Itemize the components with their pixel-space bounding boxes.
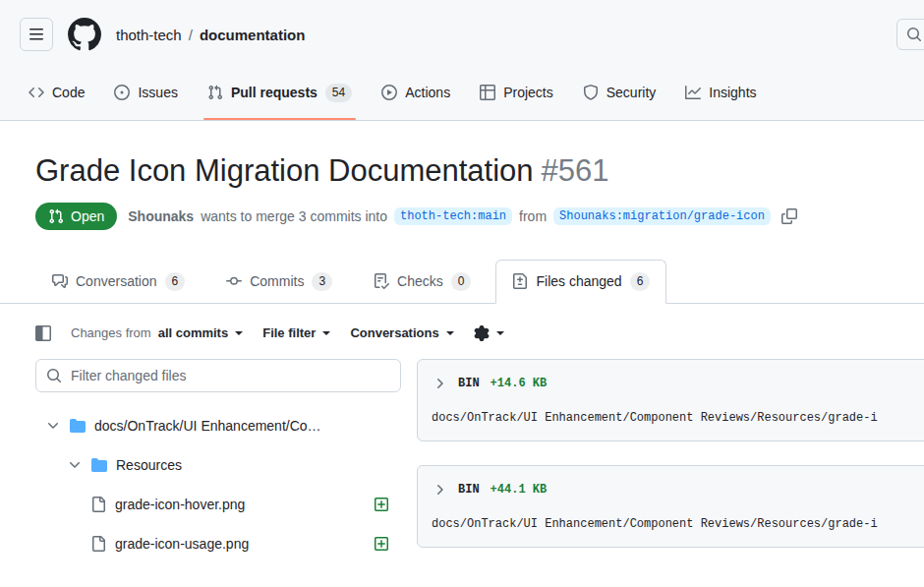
diff-file-card: BIN +44.1 KB docs/OnTrack/UI Enhancement… — [417, 465, 924, 548]
tab-checks[interactable]: Checks 0 — [357, 260, 488, 304]
github-mark-icon — [68, 18, 101, 51]
repo-nav: Code Issues Pull requests 54 Actions Pro… — [0, 65, 924, 120]
files-toolbar: Changes from all commits File filter Con… — [0, 304, 924, 359]
breadcrumb-separator: / — [189, 27, 193, 43]
project-table-icon — [480, 85, 495, 100]
diff-file-path[interactable]: docs/OnTrack/UI Enhancement/Component Re… — [432, 411, 924, 425]
repo-tab-label: Pull requests — [231, 85, 318, 100]
github-logo[interactable] — [68, 18, 101, 51]
pr-header: Grade Icon Migration Documentation#561 O… — [0, 152, 924, 230]
filter-changed-files-input[interactable] — [71, 368, 390, 383]
repo-tab-label: Actions — [405, 85, 450, 100]
pr-number: #561 — [542, 153, 609, 188]
search-icon — [906, 27, 922, 42]
chevron-down-icon — [67, 457, 83, 473]
pr-tab-bar: Conversation 6 Commits 3 Checks 0 Files … — [0, 260, 924, 304]
pr-title-text: Grade Icon Migration Documentation — [35, 153, 534, 188]
shield-icon — [583, 85, 599, 100]
pr-page-main: Grade Icon Migration Documentation#561 O… — [0, 152, 924, 571]
head-branch-label[interactable]: Shounaks:migration/grade-icon — [553, 207, 771, 225]
play-icon — [381, 85, 397, 100]
tab-conversation[interactable]: Conversation 6 — [35, 260, 202, 304]
chevron-down-icon — [45, 418, 61, 434]
issue-opened-icon — [114, 85, 130, 100]
pr-state-badge: Open — [35, 203, 117, 230]
file-tree-sidebar: docs/OnTrack/UI Enhancement/Co… Resource… — [35, 359, 401, 563]
checklist-icon — [374, 273, 389, 289]
gear-icon — [474, 325, 490, 341]
file-filter-dropdown[interactable]: File filter — [262, 325, 330, 340]
repo-tab-projects[interactable]: Projects — [468, 65, 565, 120]
global-nav-menu-button[interactable] — [20, 18, 53, 51]
repo-tab-insights[interactable]: Insights — [673, 65, 768, 120]
repo-tab-label: Security — [606, 85, 657, 100]
caret-down-icon — [496, 331, 504, 335]
changes-from-label: Changes from — [71, 325, 151, 340]
file-icon — [90, 536, 106, 552]
tree-file-row[interactable]: grade-icon-hover.png — [35, 485, 401, 524]
base-branch-label[interactable]: thoth-tech:main — [394, 207, 512, 225]
checks-count-badge: 0 — [451, 272, 472, 291]
repo-tab-security[interactable]: Security — [571, 65, 668, 120]
tree-file-label: grade-icon-hover.png — [115, 497, 365, 512]
file-icon — [90, 497, 106, 512]
diff-stat-delta: +14.6 KB — [491, 377, 548, 390]
site-header: thoth-tech / documentation Code Issues P… — [0, 0, 924, 121]
repo-tab-label: Insights — [709, 85, 756, 100]
repo-tab-label: Code — [52, 85, 85, 100]
diff-stat-prefix: BIN — [458, 483, 480, 497]
repo-tab-code[interactable]: Code — [17, 65, 96, 120]
tab-label: Checks — [397, 273, 443, 289]
repo-tab-label: Projects — [503, 85, 553, 100]
conversations-dropdown[interactable]: Conversations — [350, 325, 453, 340]
chevron-right-icon[interactable] — [432, 482, 447, 498]
diff-file-card: BIN +14.6 KB docs/OnTrack/UI Enhancement… — [417, 359, 924, 441]
file-tree: docs/OnTrack/UI Enhancement/Co… Resource… — [35, 406, 401, 563]
file-tree-toggle-button[interactable] — [35, 325, 51, 341]
tree-folder-row[interactable]: docs/OnTrack/UI Enhancement/Co… — [35, 406, 401, 445]
commits-count-badge: 3 — [312, 272, 332, 291]
repo-tab-pull-requests[interactable]: Pull requests 54 — [196, 65, 364, 120]
hamburger-icon — [29, 27, 44, 42]
copy-icon — [781, 208, 797, 224]
tab-files-changed[interactable]: Files changed 6 — [495, 260, 666, 304]
file-filter-box — [35, 359, 401, 392]
repo-tab-actions[interactable]: Actions — [370, 65, 462, 120]
tab-label: Files changed — [536, 273, 621, 289]
files-changed-count-badge: 6 — [630, 272, 651, 291]
tree-file-row[interactable]: grade-icon-usage.png — [35, 524, 401, 563]
conversations-label: Conversations — [350, 325, 438, 340]
copy-branch-button[interactable] — [780, 206, 799, 226]
commit-range-value: all commits — [158, 325, 229, 340]
git-pull-request-icon — [207, 85, 223, 100]
tab-commits[interactable]: Commits 3 — [209, 260, 349, 304]
commit-range-dropdown[interactable]: Changes from all commits — [71, 325, 243, 340]
pr-meta-row: Open Shounaks wants to merge 3 commits i… — [35, 203, 889, 230]
caret-down-icon — [322, 331, 330, 335]
conversation-count-badge: 6 — [165, 272, 186, 291]
diff-stat-prefix: BIN — [458, 377, 480, 390]
diff-settings-dropdown[interactable] — [474, 325, 504, 341]
chevron-right-icon[interactable] — [432, 376, 447, 391]
breadcrumb-repo[interactable]: documentation — [200, 27, 306, 43]
pr-author-link[interactable]: Shounaks — [128, 208, 194, 224]
diff-stat-delta: +44.1 KB — [491, 483, 548, 497]
global-search-input[interactable] — [896, 19, 924, 50]
tab-label: Conversation — [76, 273, 157, 289]
tree-folder-row[interactable]: Resources — [35, 445, 401, 485]
breadcrumb: thoth-tech / documentation — [116, 27, 305, 43]
diff-file-header: BIN +44.1 KB — [432, 482, 924, 498]
caret-down-icon — [446, 331, 454, 335]
diff-file-path[interactable]: docs/OnTrack/UI Enhancement/Component Re… — [432, 517, 924, 531]
comment-discussion-icon — [52, 273, 68, 289]
repo-tab-issues[interactable]: Issues — [102, 65, 189, 120]
folder-icon — [91, 457, 107, 473]
pr-state-label: Open — [71, 208, 104, 224]
tab-label: Commits — [250, 273, 304, 289]
pr-merge-text: wants to merge 3 commits into — [201, 208, 387, 224]
pull-requests-count-badge: 54 — [325, 84, 352, 102]
git-commit-icon — [226, 273, 242, 289]
breadcrumb-owner[interactable]: thoth-tech — [116, 27, 182, 43]
caret-down-icon — [235, 331, 243, 335]
page-title: Grade Icon Migration Documentation#561 — [35, 152, 889, 191]
